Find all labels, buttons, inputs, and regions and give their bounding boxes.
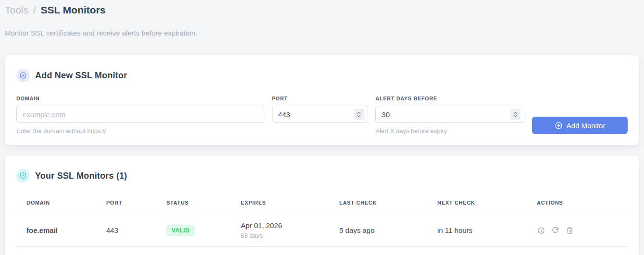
chevron-down-icon	[357, 115, 361, 117]
domain-field-group: DOMAIN Enter the domain without https://	[16, 96, 264, 134]
alert-days-stepper[interactable]	[510, 109, 520, 120]
column-header-next-check: NEXT CHECK	[433, 192, 532, 214]
alert-days-hint: Alert X days before expiry	[375, 127, 524, 134]
refresh-button[interactable]	[551, 226, 559, 234]
domain-input[interactable]	[16, 106, 264, 123]
page-title: SSL Monitors	[41, 4, 106, 15]
trash-icon	[566, 227, 573, 234]
status-badge: VALID	[166, 225, 195, 236]
delete-button[interactable]	[566, 226, 574, 234]
monitors-table-header-row: DOMAIN PORT STATUS EXPIRES LAST CHECK NE…	[16, 192, 628, 214]
alert-days-field-group: ALERT DAYS BEFORE Alert X days before ex…	[375, 96, 524, 134]
breadcrumb-separator: /	[33, 4, 36, 15]
alert-days-input[interactable]	[375, 106, 524, 123]
breadcrumb-tools-link[interactable]: Tools	[5, 4, 28, 15]
ssl-monitors-page: Tools / SSL Monitors Monitor SSL certifi…	[0, 0, 644, 255]
add-monitor-button-label: Add Monitor	[567, 121, 606, 130]
add-monitor-card: Add New SSL Monitor DOMAIN Enter the dom…	[5, 55, 639, 145]
column-header-port: PORT	[101, 192, 161, 214]
port-field-group: PORT	[272, 96, 368, 123]
row-actions	[537, 226, 623, 234]
plus-circle-icon	[555, 121, 563, 130]
column-header-status: STATUS	[161, 192, 236, 214]
port-label: PORT	[272, 96, 368, 101]
domain-hint: Enter the domain without https://	[16, 127, 264, 134]
table-row: foe.email 443 VALID Apr 01, 2026 68 days…	[16, 214, 628, 247]
monitor-expires-remaining: 68 days	[241, 232, 330, 239]
monitor-last-check: 5 days ago	[334, 214, 433, 247]
refresh-icon	[552, 227, 559, 234]
add-monitor-form: DOMAIN Enter the domain without https://…	[16, 96, 628, 134]
domain-label: DOMAIN	[16, 96, 264, 101]
add-monitor-button[interactable]: Add Monitor	[532, 117, 628, 134]
page-subtitle: Monitor SSL certificates and receive ale…	[5, 29, 639, 37]
column-header-actions: ACTIONS	[532, 192, 628, 214]
monitors-title: Your SSL Monitors (1)	[35, 171, 127, 181]
shield-icon	[16, 169, 30, 182]
column-header-expires: EXPIRES	[236, 192, 334, 214]
port-stepper[interactable]	[354, 109, 364, 120]
monitors-card: Your SSL Monitors (1) DOMAIN PORT STATUS…	[5, 156, 639, 255]
add-monitor-title: Add New SSL Monitor	[35, 71, 127, 81]
monitor-domain: foe.email	[16, 214, 101, 247]
monitor-next-check: in 11 hours	[433, 214, 532, 247]
column-header-domain: DOMAIN	[16, 192, 101, 214]
info-button[interactable]	[537, 226, 545, 234]
add-monitor-card-header: Add New SSL Monitor	[16, 69, 628, 82]
monitor-expires-date: Apr 01, 2026	[241, 221, 330, 230]
alert-days-label: ALERT DAYS BEFORE	[375, 96, 524, 101]
plus-circle-icon	[16, 69, 30, 82]
chevron-up-icon	[513, 112, 518, 114]
chevron-down-icon	[513, 115, 518, 117]
monitor-port: 443	[101, 214, 161, 247]
chevron-up-icon	[357, 112, 361, 114]
monitors-table: DOMAIN PORT STATUS EXPIRES LAST CHECK NE…	[16, 192, 628, 247]
column-header-last-check: LAST CHECK	[334, 192, 433, 214]
breadcrumb: Tools / SSL Monitors	[5, 4, 639, 16]
info-icon	[537, 227, 545, 234]
monitors-card-header: Your SSL Monitors (1)	[16, 169, 628, 182]
